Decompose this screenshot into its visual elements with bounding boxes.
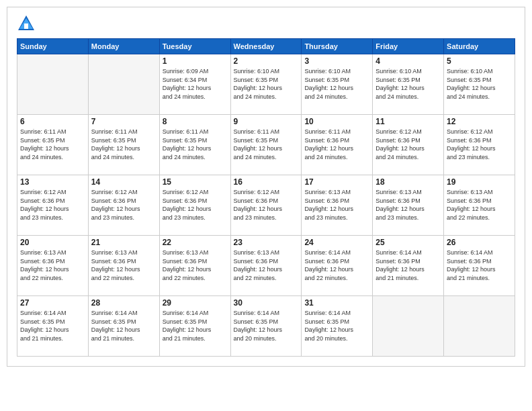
calendar-cell: 17Sunrise: 6:13 AM Sunset: 6:36 PM Dayli…	[302, 175, 373, 236]
day-number: 22	[163, 238, 228, 247]
day-number: 15	[163, 177, 228, 187]
day-number: 11	[375, 117, 441, 126]
day-number: 6	[20, 117, 85, 126]
cell-text: Sunrise: 6:13 AM Sunset: 6:36 PM Dayligh…	[447, 188, 512, 222]
day-number: 28	[91, 298, 157, 308]
day-number: 4	[375, 56, 441, 66]
day-number: 26	[447, 238, 512, 247]
cell-text: Sunrise: 6:10 AM Sunset: 6:35 PM Dayligh…	[234, 67, 299, 101]
day-number: 23	[234, 238, 299, 247]
cell-text: Sunrise: 6:11 AM Sunset: 6:36 PM Dayligh…	[304, 128, 369, 161]
calendar-cell: 27Sunrise: 6:14 AM Sunset: 6:35 PM Dayli…	[17, 296, 89, 357]
cell-text: Sunrise: 6:14 AM Sunset: 6:35 PM Dayligh…	[91, 309, 157, 342]
weekday-header: Saturday	[444, 39, 515, 54]
calendar-cell: 10Sunrise: 6:11 AM Sunset: 6:36 PM Dayli…	[302, 115, 373, 175]
calendar-cell: 12Sunrise: 6:12 AM Sunset: 6:36 PM Dayli…	[444, 115, 515, 175]
calendar-cell: 30Sunrise: 6:14 AM Sunset: 6:35 PM Dayli…	[230, 296, 302, 357]
calendar-cell: 7Sunrise: 6:11 AM Sunset: 6:35 PM Daylig…	[88, 115, 159, 175]
cell-text: Sunrise: 6:14 AM Sunset: 6:35 PM Dayligh…	[163, 309, 228, 342]
cell-text: Sunrise: 6:14 AM Sunset: 6:35 PM Dayligh…	[234, 309, 299, 342]
cell-text: Sunrise: 6:14 AM Sunset: 6:36 PM Dayligh…	[375, 248, 441, 282]
calendar-week-row: 13Sunrise: 6:12 AM Sunset: 6:36 PM Dayli…	[17, 175, 515, 236]
calendar-cell: 18Sunrise: 6:13 AM Sunset: 6:36 PM Dayli…	[373, 175, 444, 236]
calendar-week-row: 27Sunrise: 6:14 AM Sunset: 6:35 PM Dayli…	[17, 296, 515, 357]
cell-text: Sunrise: 6:12 AM Sunset: 6:36 PM Dayligh…	[20, 188, 85, 222]
weekday-header: Tuesday	[159, 39, 230, 54]
day-number: 18	[375, 177, 441, 187]
cell-text: Sunrise: 6:13 AM Sunset: 6:36 PM Dayligh…	[234, 248, 299, 282]
cell-text: Sunrise: 6:14 AM Sunset: 6:36 PM Dayligh…	[304, 248, 369, 282]
day-number: 21	[91, 238, 157, 247]
calendar-cell	[444, 296, 515, 357]
calendar-cell: 5Sunrise: 6:10 AM Sunset: 6:35 PM Daylig…	[444, 54, 515, 115]
cell-text: Sunrise: 6:12 AM Sunset: 6:36 PM Dayligh…	[163, 188, 228, 222]
day-number: 25	[375, 238, 441, 247]
calendar-cell: 20Sunrise: 6:13 AM Sunset: 6:36 PM Dayli…	[17, 236, 89, 296]
day-number: 9	[234, 117, 299, 126]
calendar-cell: 14Sunrise: 6:12 AM Sunset: 6:36 PM Dayli…	[88, 175, 159, 236]
cell-text: Sunrise: 6:13 AM Sunset: 6:36 PM Dayligh…	[304, 188, 369, 222]
calendar-cell: 23Sunrise: 6:13 AM Sunset: 6:36 PM Dayli…	[230, 236, 302, 296]
cell-text: Sunrise: 6:11 AM Sunset: 6:35 PM Dayligh…	[20, 128, 85, 161]
weekday-header: Friday	[373, 39, 444, 54]
cell-text: Sunrise: 6:11 AM Sunset: 6:35 PM Dayligh…	[91, 128, 157, 161]
day-number: 8	[163, 117, 228, 126]
calendar-week-row: 6Sunrise: 6:11 AM Sunset: 6:35 PM Daylig…	[17, 115, 515, 175]
cell-text: Sunrise: 6:12 AM Sunset: 6:36 PM Dayligh…	[375, 128, 441, 161]
day-number: 27	[20, 298, 85, 308]
calendar-cell: 19Sunrise: 6:13 AM Sunset: 6:36 PM Dayli…	[444, 175, 515, 236]
weekday-header: Wednesday	[230, 39, 302, 54]
cell-text: Sunrise: 6:11 AM Sunset: 6:35 PM Dayligh…	[234, 128, 299, 161]
logo-icon	[17, 14, 36, 33]
weekday-header: Monday	[88, 39, 159, 54]
day-number: 24	[304, 238, 369, 247]
cell-text: Sunrise: 6:12 AM Sunset: 6:36 PM Dayligh…	[91, 188, 157, 222]
calendar-page: SundayMondayTuesdayWednesdayThursdayFrid…	[7, 7, 525, 367]
calendar-cell: 29Sunrise: 6:14 AM Sunset: 6:35 PM Dayli…	[159, 296, 230, 357]
calendar-cell: 26Sunrise: 6:14 AM Sunset: 6:36 PM Dayli…	[444, 236, 515, 296]
calendar-week-row: 20Sunrise: 6:13 AM Sunset: 6:36 PM Dayli…	[17, 236, 515, 296]
cell-text: Sunrise: 6:12 AM Sunset: 6:36 PM Dayligh…	[234, 188, 299, 222]
cell-text: Sunrise: 6:14 AM Sunset: 6:35 PM Dayligh…	[20, 309, 85, 342]
calendar-cell: 6Sunrise: 6:11 AM Sunset: 6:35 PM Daylig…	[17, 115, 89, 175]
day-number: 3	[304, 56, 369, 66]
cell-text: Sunrise: 6:10 AM Sunset: 6:35 PM Dayligh…	[304, 67, 369, 101]
weekday-header: Sunday	[17, 39, 89, 54]
header	[17, 14, 515, 33]
day-number: 16	[234, 177, 299, 187]
calendar-cell: 13Sunrise: 6:12 AM Sunset: 6:36 PM Dayli…	[17, 175, 89, 236]
day-number: 31	[304, 298, 369, 308]
calendar-cell: 25Sunrise: 6:14 AM Sunset: 6:36 PM Dayli…	[373, 236, 444, 296]
calendar-cell: 21Sunrise: 6:13 AM Sunset: 6:36 PM Dayli…	[88, 236, 159, 296]
calendar-cell	[88, 54, 159, 115]
calendar-cell: 31Sunrise: 6:14 AM Sunset: 6:35 PM Dayli…	[302, 296, 373, 357]
day-number: 5	[447, 56, 512, 66]
day-number: 2	[234, 56, 299, 66]
cell-text: Sunrise: 6:13 AM Sunset: 6:36 PM Dayligh…	[375, 188, 441, 222]
day-number: 17	[304, 177, 369, 187]
day-number: 12	[447, 117, 512, 126]
calendar-cell: 8Sunrise: 6:11 AM Sunset: 6:35 PM Daylig…	[159, 115, 230, 175]
day-number: 19	[447, 177, 512, 187]
day-number: 14	[91, 177, 157, 187]
logo	[17, 14, 38, 33]
day-number: 10	[304, 117, 369, 126]
svg-rect-2	[24, 24, 28, 29]
calendar-cell: 22Sunrise: 6:13 AM Sunset: 6:36 PM Dayli…	[159, 236, 230, 296]
calendar-week-row: 1Sunrise: 6:09 AM Sunset: 6:34 PM Daylig…	[17, 54, 515, 115]
cell-text: Sunrise: 6:10 AM Sunset: 6:35 PM Dayligh…	[375, 67, 441, 101]
calendar-table: SundayMondayTuesdayWednesdayThursdayFrid…	[17, 38, 515, 357]
calendar-cell: 9Sunrise: 6:11 AM Sunset: 6:35 PM Daylig…	[230, 115, 302, 175]
calendar-cell: 1Sunrise: 6:09 AM Sunset: 6:34 PM Daylig…	[159, 54, 230, 115]
cell-text: Sunrise: 6:11 AM Sunset: 6:35 PM Dayligh…	[163, 128, 228, 161]
calendar-cell: 24Sunrise: 6:14 AM Sunset: 6:36 PM Dayli…	[302, 236, 373, 296]
cell-text: Sunrise: 6:13 AM Sunset: 6:36 PM Dayligh…	[163, 248, 228, 282]
cell-text: Sunrise: 6:13 AM Sunset: 6:36 PM Dayligh…	[91, 248, 157, 282]
calendar-cell: 28Sunrise: 6:14 AM Sunset: 6:35 PM Dayli…	[88, 296, 159, 357]
day-number: 7	[91, 117, 157, 126]
calendar-cell	[373, 296, 444, 357]
calendar-cell: 4Sunrise: 6:10 AM Sunset: 6:35 PM Daylig…	[373, 54, 444, 115]
cell-text: Sunrise: 6:10 AM Sunset: 6:35 PM Dayligh…	[447, 67, 512, 101]
cell-text: Sunrise: 6:14 AM Sunset: 6:35 PM Dayligh…	[304, 309, 369, 342]
day-number: 13	[20, 177, 85, 187]
